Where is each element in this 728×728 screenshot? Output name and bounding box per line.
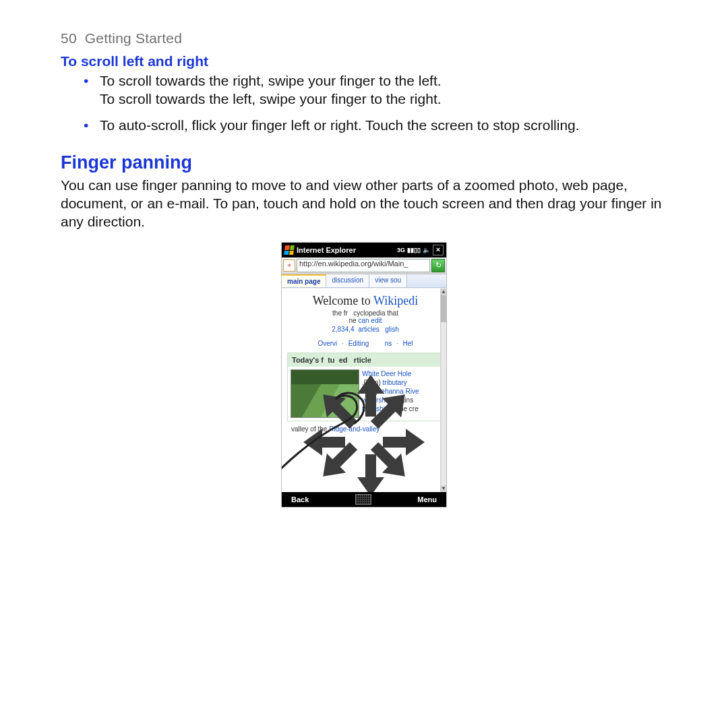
url-input[interactable]: http://en.wikipedia.org/wiki/Main_ [297, 259, 430, 272]
soft-key-bar: Back Menu [282, 492, 446, 507]
softkey-menu[interactable]: Menu [417, 495, 437, 504]
tab-main-page[interactable]: main page [282, 274, 326, 287]
section-name: Getting Started [85, 30, 182, 46]
bullet-item: To auto-scroll, flick your finger left o… [84, 117, 667, 135]
signal-icon: ▮▮▯▯ [407, 247, 421, 253]
tab-view-source[interactable]: view sou [369, 274, 407, 287]
windows-flag-icon [284, 245, 295, 255]
address-bar: ✶ http://en.wikipedia.org/wiki/Main_ ↻ [282, 257, 446, 274]
go-button[interactable]: ↻ [431, 259, 445, 272]
page-number: 50 [61, 30, 77, 46]
browser-content[interactable]: Welcome to Wikipedi the fr cyclopedia th… [282, 288, 446, 492]
titlebar: Internet Explorer 3G ▮▮▯▯ 🔈 × [282, 243, 446, 257]
keyboard-icon[interactable] [355, 494, 371, 505]
bullet-item: To scroll towards the right, swipe your … [84, 72, 667, 109]
wiki-subtitle: the fr cyclopedia that ne can edit [287, 309, 444, 324]
panning-body-text: You can use finger panning to move to an… [61, 176, 667, 231]
wiki-welcome-title: Welcome to Wikipedi [287, 294, 444, 308]
close-button[interactable]: × [433, 245, 444, 255]
status-icons: 3G ▮▮▯▯ 🔈 [397, 247, 430, 253]
network-badge: 3G [397, 247, 405, 253]
wikipedia-link[interactable]: Wikipedi [373, 294, 418, 307]
tab-discussion[interactable]: discussion [326, 274, 369, 287]
nav-link[interactable]: Hel [403, 340, 413, 347]
titlebar-app-name: Internet Explorer [297, 246, 394, 254]
page-header: 50 Getting Started [61, 30, 667, 47]
wiki-tabs: main page discussion view sou [282, 274, 446, 288]
speaker-icon: 🔈 [423, 247, 430, 253]
scroll-thumb[interactable] [441, 295, 446, 322]
screenshot-phone: Internet Explorer 3G ▮▮▯▯ 🔈 × ✶ http://e… [281, 242, 447, 508]
finger-swipe-icon [282, 329, 403, 492]
subsection-heading-scroll: To scroll left and right [61, 53, 667, 69]
scroll-up-icon[interactable]: ▲ [441, 289, 446, 295]
scroll-bullet-list: To scroll towards the right, swipe your … [61, 72, 667, 135]
favicon-icon: ✶ [283, 260, 295, 272]
vertical-scrollbar[interactable]: ▲ ▼ [440, 289, 446, 492]
section-heading-panning: Finger panning [61, 152, 667, 173]
scroll-down-icon[interactable]: ▼ [441, 485, 446, 492]
softkey-back[interactable]: Back [291, 495, 309, 504]
